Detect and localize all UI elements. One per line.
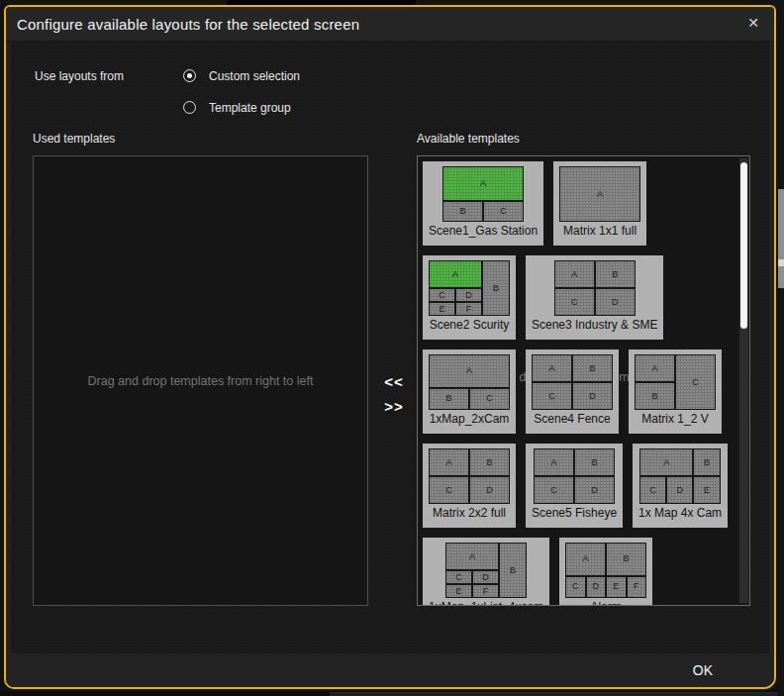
template-card-row: ABC 1xMap_2xCam ABCD Scene4 Fence ABC Ma… bbox=[423, 349, 732, 434]
template-name: Scene4 Fence bbox=[532, 412, 613, 427]
close-button[interactable]: ✕ bbox=[740, 10, 766, 36]
layout-pane-b: B bbox=[429, 388, 469, 410]
template-name: Scene1_Gas Station bbox=[429, 224, 538, 239]
template-thumbnail: ABCDEF bbox=[429, 260, 510, 316]
template-name: 1xMap_1xList_4xcam bbox=[429, 600, 543, 606]
dialog-title: Configure available layouts for the sele… bbox=[6, 16, 359, 33]
ok-button[interactable]: OK bbox=[683, 658, 723, 682]
template-thumbnail: A bbox=[559, 166, 640, 222]
template-card-row: ABC Scene1_Gas Station A Matrix 1x1 full bbox=[423, 161, 732, 246]
layout-pane-f: F bbox=[627, 576, 647, 598]
template-card-scene4-fence[interactable]: ABCD Scene4 Fence bbox=[526, 349, 619, 434]
layout-pane-d: D bbox=[572, 382, 613, 410]
template-thumbnail: ABCDEF bbox=[565, 543, 646, 598]
template-name: Scene5 Fisheye bbox=[532, 506, 617, 521]
background-app-fragment bbox=[330, 692, 784, 696]
template-card-scene1-gas-station[interactable]: ABC Scene1_Gas Station bbox=[423, 161, 543, 246]
template-card-matrix-1-2-v[interactable]: ABC Matrix 1_2 V bbox=[629, 349, 722, 434]
template-card-1x-map-4x-cam[interactable]: ABCDE 1x Map 4x Cam bbox=[633, 444, 728, 528]
drag-drop-hint: Drag and drop templates from right to le… bbox=[88, 374, 314, 388]
radio-option-template-group[interactable]: Template group bbox=[183, 101, 291, 114]
template-name: Scene3 Industry & SME bbox=[532, 318, 657, 333]
background-app-fragment bbox=[778, 189, 784, 288]
layout-pane-c: C bbox=[469, 388, 510, 410]
template-thumbnail: ABCDEF bbox=[445, 543, 527, 598]
template-card-1xmap-1xlist-4xcam[interactable]: ABCDEF 1xMap_1xList_4xcam bbox=[423, 538, 549, 606]
layout-pane-a: A bbox=[532, 354, 572, 382]
radio-option-custom-selection[interactable]: Custom selection bbox=[183, 69, 300, 82]
template-name: Scene2 Scurity bbox=[429, 318, 510, 333]
used-templates-list[interactable]: Drag and drop templates from right to le… bbox=[33, 155, 368, 606]
layout-pane-d: D bbox=[472, 570, 499, 584]
template-thumbnail: ABC bbox=[635, 354, 716, 410]
layout-pane-b: B bbox=[499, 543, 527, 598]
layout-pane-a: A bbox=[565, 543, 606, 576]
template-name: Matrix 1x1 full bbox=[559, 224, 640, 239]
layout-pane-e: E bbox=[429, 302, 455, 316]
layout-pane-f: F bbox=[472, 584, 499, 598]
radio-icon[interactable] bbox=[183, 101, 196, 114]
available-templates-list[interactable]: Drag and drop templates from right to le… bbox=[417, 155, 750, 606]
scrollbar-thumb[interactable] bbox=[740, 162, 747, 329]
layout-pane-d: D bbox=[595, 288, 636, 316]
template-card-row: ABCDEF Scene2 Scurity ABCD Scene3 Indust… bbox=[423, 255, 732, 340]
radio-icon[interactable] bbox=[183, 69, 196, 82]
layout-pane-b: B bbox=[635, 382, 675, 410]
template-card-1xmap-2xcam[interactable]: ABC 1xMap_2xCam bbox=[423, 349, 516, 434]
template-card-scene3-industry-sme[interactable]: ABCD Scene3 Industry & SME bbox=[526, 255, 663, 340]
radio-label: Template group bbox=[209, 101, 291, 115]
used-templates-label: Used templates bbox=[33, 132, 115, 146]
layout-pane-e: E bbox=[445, 584, 472, 598]
layout-pane-c: C bbox=[554, 288, 595, 316]
layout-pane-a: A bbox=[445, 543, 499, 570]
layout-pane-b: B bbox=[595, 260, 636, 288]
template-card-scene5-fisheye[interactable]: ABCD Scene5 Fisheye bbox=[526, 444, 623, 528]
template-card-row: ABCD Matrix 2x2 full ABCD Scene5 Fisheye… bbox=[423, 444, 732, 528]
layout-pane-a: A bbox=[442, 166, 524, 201]
template-thumbnail: ABCD bbox=[554, 260, 636, 316]
layout-pane-a: A bbox=[639, 448, 693, 476]
template-thumbnail: ABC bbox=[442, 166, 524, 222]
layout-pane-c: C bbox=[565, 576, 586, 598]
layout-pane-a: A bbox=[429, 260, 482, 288]
template-card-matrix-2x2-full[interactable]: ABCD Matrix 2x2 full bbox=[423, 444, 516, 528]
layout-pane-a: A bbox=[534, 448, 574, 476]
layout-pane-f: F bbox=[455, 302, 482, 316]
layout-pane-e: E bbox=[606, 576, 627, 598]
dialog-content: Use layouts from Custom selection Templa… bbox=[11, 41, 769, 653]
template-thumbnail: ABCD bbox=[532, 354, 613, 410]
use-layouts-from-label: Use layouts from bbox=[35, 69, 124, 83]
layout-pane-d: D bbox=[574, 476, 615, 504]
template-card-matrix-1x1-full[interactable]: A Matrix 1x1 full bbox=[553, 161, 646, 246]
layout-pane-a: A bbox=[559, 166, 640, 222]
layout-pane-a: A bbox=[429, 354, 510, 388]
radio-label: Custom selection bbox=[209, 69, 300, 83]
layout-pane-c: C bbox=[675, 354, 716, 410]
layout-pane-b: B bbox=[482, 260, 510, 316]
template-cards-container: ABC Scene1_Gas Station A Matrix 1x1 full… bbox=[423, 161, 732, 606]
template-card-alarm[interactable]: ABCDEF Alarm bbox=[559, 538, 652, 606]
layout-pane-b: B bbox=[574, 448, 615, 476]
scrollbar[interactable] bbox=[739, 158, 748, 603]
template-name: 1xMap_2xCam bbox=[429, 412, 510, 427]
move-left-button[interactable]: << bbox=[378, 370, 410, 392]
dialog-footer: OK bbox=[6, 653, 774, 687]
layout-pane-a: A bbox=[635, 354, 675, 382]
template-thumbnail: ABCD bbox=[429, 448, 510, 504]
background-app-fragment bbox=[778, 259, 784, 266]
move-right-button[interactable]: >> bbox=[378, 395, 410, 417]
available-templates-label: Available templates bbox=[417, 132, 520, 146]
layout-pane-b: B bbox=[469, 448, 510, 476]
layout-pane-e: E bbox=[693, 476, 721, 504]
template-name: Matrix 2x2 full bbox=[429, 506, 510, 521]
layout-pane-d: D bbox=[455, 288, 482, 302]
layout-pane-c: C bbox=[639, 476, 666, 504]
template-thumbnail: ABC bbox=[429, 354, 510, 410]
layout-pane-a: A bbox=[429, 448, 469, 476]
dialog-title-bar[interactable]: Configure available layouts for the sele… bbox=[6, 7, 774, 42]
template-card-scene2-scurity[interactable]: ABCDEF Scene2 Scurity bbox=[423, 255, 516, 340]
layout-pane-d: D bbox=[469, 476, 510, 504]
background-app-fragment bbox=[778, 0, 784, 696]
template-name: Alarm bbox=[565, 600, 646, 606]
layout-pane-c: C bbox=[532, 382, 572, 410]
